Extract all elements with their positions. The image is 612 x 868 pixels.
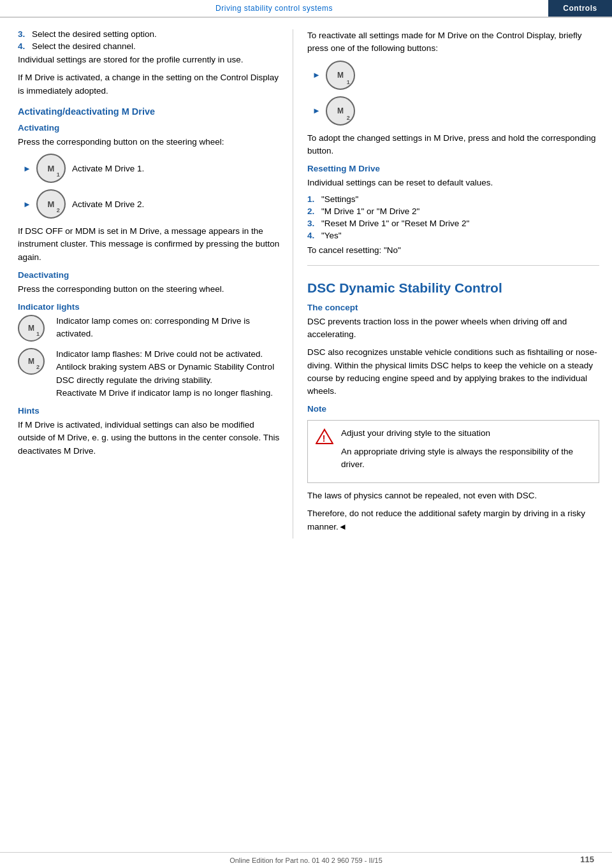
reset-step-3-text: "Reset M Drive 1" or "Reset M Drive 2" [321, 219, 469, 228]
note-para-2: The laws of physics cannot be repealed, … [307, 489, 599, 502]
m2-button-icon: M 2 [36, 189, 66, 219]
m1-button-icon: M 1 [36, 154, 66, 183]
arrow-bullet-1: ► [23, 164, 31, 173]
reactivate-m2-icon: M 2 [326, 96, 355, 126]
step-4-text: Select the desired channel. [32, 41, 136, 51]
m-drive-activated-para: If M Drive is activated, a change in the… [18, 71, 281, 98]
svg-text:!: ! [323, 433, 326, 444]
page-number: 115 [580, 855, 594, 864]
reset-step-3-num: 3. [307, 219, 321, 228]
m-drive-2-row: ► M 2 Activate M Drive 2. [23, 189, 281, 219]
header-section-title: Driving stability control systems [0, 0, 548, 17]
dsc-heading: DSC Dynamic Stability Control [307, 280, 599, 296]
reset-step-2-num: 2. [307, 206, 321, 216]
reset-step-2-text: "M Drive 1" or "M Drive 2" [321, 206, 419, 216]
reactivate-para: To reactivate all settings made for M Dr… [307, 29, 599, 55]
m1-action-label: Activate M Drive 1. [72, 164, 144, 173]
m1-indicator-icon: M 1 [18, 315, 50, 342]
note-line-2: An appropriate driving style is always t… [341, 445, 591, 472]
indicator-2-text: Indicator lamp flashes: M Drive could no… [56, 348, 281, 400]
indicator-2-label: Indicator lamp flashes: M Drive could no… [56, 349, 274, 385]
page-header: Driving stability control systems Contro… [0, 0, 612, 18]
arrow-bullet-r2: ► [312, 106, 321, 115]
resetting-para: Individual settings can be reset to defa… [307, 177, 599, 189]
header-chapter-title: Controls [548, 0, 612, 17]
individual-settings-para: Individual settings are stored for the p… [18, 54, 281, 66]
reactivate-m1-row: ► M 1 [312, 61, 599, 90]
concept-para-1: DSC prevents traction loss in the power … [307, 315, 599, 342]
note-heading: Note [307, 404, 599, 414]
step-4-number: 4. [18, 41, 32, 51]
step-3-number: 3. [18, 29, 32, 39]
indicator-1-label: Indicator lamp comes on: corresponding M… [56, 316, 250, 338]
reset-step-1-num: 1. [307, 194, 321, 204]
adopt-para: To adopt the changed settings in M Drive… [307, 132, 599, 158]
arrow-bullet-r1: ► [312, 70, 321, 80]
step-4: 4. Select the desired channel. [18, 41, 281, 51]
reset-step-4-num: 4. [307, 231, 321, 240]
arrow-bullet-2: ► [23, 199, 31, 209]
warning-icon: ! [316, 428, 335, 447]
reset-step-1: 1. "Settings" [307, 194, 599, 204]
m2-action-label: Activate M Drive 2. [72, 199, 144, 209]
reset-step-4-text: "Yes" [321, 231, 342, 240]
note-para-3: Therefore, do not reduce the additional … [307, 507, 599, 533]
resetting-heading: Resetting M Drive [307, 164, 599, 173]
hints-para: If M Drive is activated, individual sett… [18, 419, 281, 458]
dsc-off-para: If DSC OFF or MDM is set in M Drive, a m… [18, 225, 281, 264]
hints-heading: Hints [18, 406, 281, 416]
reset-step-3: 3. "Reset M Drive 1" or "Reset M Drive 2… [307, 219, 599, 228]
m-drive-1-row: ► M 1 Activate M Drive 1. [23, 154, 281, 183]
indicator-2-note: Reactivate M Drive if indicator lamp is … [56, 388, 273, 398]
footer-text: Online Edition for Part no. 01 40 2 960 … [229, 857, 382, 864]
reset-step-4: 4. "Yes" [307, 231, 599, 240]
indicator-row-2: M 2 Indicator lamp flashes: M Drive coul… [18, 348, 281, 400]
note-box: ! Adjust your driving style to the situa… [307, 420, 599, 483]
page-footer: Online Edition for Part no. 01 40 2 960 … [0, 852, 612, 868]
reactivate-m2-row: ► M 2 [312, 96, 599, 126]
concept-para-2: DSC also recognizes unstable vehicle con… [307, 346, 599, 398]
activating-deactivating-heading: Activating/deactivating M Drive [18, 106, 281, 117]
reactivate-m1-icon: M 1 [326, 61, 355, 90]
note-content: Adjust your driving style to the situati… [341, 427, 591, 476]
indicator-1-text: Indicator lamp comes on: corresponding M… [56, 315, 281, 341]
step-3-text: Select the desired setting option. [32, 29, 157, 39]
reset-step-2: 2. "M Drive 1" or "M Drive 2" [307, 206, 599, 216]
deactivating-para: Press the corresponding button on the st… [18, 283, 281, 296]
right-column: To reactivate all settings made for M Dr… [293, 29, 612, 539]
deactivating-subheading: Deactivating [18, 270, 281, 280]
main-content: 3. Select the desired setting option. 4.… [0, 18, 612, 539]
indicator-lights-heading: Indicator lights [18, 302, 281, 312]
indicator-row-1: M 1 Indicator lamp comes on: correspondi… [18, 315, 281, 342]
activating-para: Press the corresponding button on the st… [18, 136, 281, 148]
cancel-text: To cancel resetting: "No" [307, 244, 599, 257]
left-column: 3. Select the desired setting option. 4.… [0, 29, 293, 539]
concept-heading: The concept [307, 303, 599, 312]
note-line-1: Adjust your driving style to the situati… [341, 427, 591, 440]
step-3: 3. Select the desired setting option. [18, 29, 281, 39]
m2-indicator-icon: M 2 [18, 348, 50, 375]
activating-subheading: Activating [18, 123, 281, 133]
reset-step-1-text: "Settings" [321, 194, 358, 204]
